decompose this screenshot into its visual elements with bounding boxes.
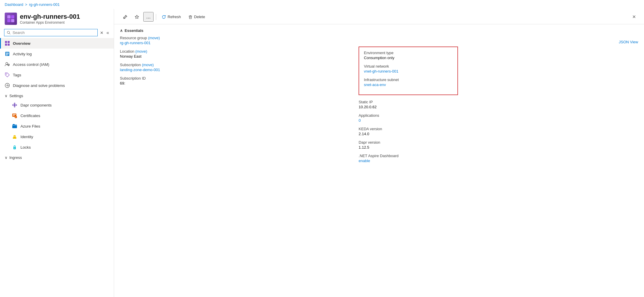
svg-rect-2: [7, 19, 11, 22]
subscription-id-value: 69:: [120, 81, 125, 85]
dapr-icon: [12, 102, 18, 108]
sidebar-item-diagnose[interactable]: Diagnose and solve problems: [0, 80, 114, 91]
location-move-link[interactable]: (move): [135, 49, 147, 54]
sidebar-item-identity-label: Identity: [20, 135, 33, 139]
diagnose-icon: [5, 83, 10, 88]
search-clear-button[interactable]: ✕: [99, 30, 104, 35]
sidebar-item-locks[interactable]: Locks: [0, 142, 114, 152]
breadcrumb-resource[interactable]: rg-gh-runners-001: [29, 2, 60, 7]
sidebar-item-overview-label: Overview: [13, 41, 30, 46]
field-resource-group: Resource group (move) rg-gh-runners-001: [120, 36, 353, 45]
sidebar-item-tags[interactable]: Tags: [0, 70, 114, 80]
more-button[interactable]: ...: [143, 12, 154, 22]
svg-rect-13: [6, 55, 8, 55]
svg-point-37: [14, 148, 15, 149]
applications-value-link[interactable]: 0: [359, 118, 361, 123]
sidebar-item-activity-log[interactable]: Activity log: [0, 49, 114, 59]
field-location-label: Location: [120, 49, 135, 54]
vnet-value-link[interactable]: vnet-gh-runners-001: [364, 69, 398, 73]
field-subscription-id-label: Subscription ID: [120, 76, 146, 80]
svg-point-25: [16, 104, 17, 106]
field-dapr-version: Dapr version 1.12.5: [359, 140, 638, 150]
sidebar-item-azure-files-label: Azure Files: [20, 124, 40, 128]
svg-rect-1: [11, 15, 14, 18]
resource-group-move-link[interactable]: (move): [148, 36, 160, 40]
pin-button[interactable]: [120, 13, 130, 21]
refresh-button[interactable]: Refresh: [159, 13, 184, 21]
svg-point-19: [5, 83, 10, 88]
applications-label: Applications: [359, 113, 379, 118]
sidebar-item-overview[interactable]: Overview: [0, 38, 114, 49]
search-box: [4, 29, 98, 36]
essentials-left: Resource group (move) rg-gh-runners-001 …: [120, 36, 353, 167]
sidebar-nav: Overview Activity log: [0, 38, 114, 297]
field-subscription-id: Subscription ID 69:: [120, 76, 353, 85]
field-aspire-dashboard: .NET Aspire Dashboard enable: [359, 154, 638, 163]
svg-rect-6: [5, 41, 7, 43]
svg-rect-9: [8, 44, 10, 46]
essentials-right: JSON View Environment type Consumption o…: [353, 36, 638, 167]
delete-label: Delete: [194, 15, 205, 19]
dapr-version-label: Dapr version: [359, 140, 380, 145]
sidebar-item-dapr-label: Dapr components: [20, 103, 52, 107]
infra-subnet-label: Infrastructure subnet: [364, 78, 399, 82]
sidebar-item-azure-files[interactable]: Azure Files: [0, 121, 114, 131]
sidebar-item-iam-label: Access control (IAM): [13, 62, 49, 67]
subscription-move-link[interactable]: (move): [142, 63, 154, 67]
breadcrumb-dashboard[interactable]: Dashboard: [5, 2, 23, 7]
ingress-chevron: ∨: [5, 155, 8, 160]
azure-files-icon: [12, 123, 18, 129]
field-resource-group-label: Resource group: [120, 36, 148, 40]
settings-section[interactable]: ∨ Settings: [0, 91, 114, 100]
sidebar-item-certificates[interactable]: ! Certificates: [0, 110, 114, 121]
toolbar-separator: [156, 14, 156, 20]
svg-point-14: [6, 63, 8, 65]
svg-rect-39: [190, 16, 191, 16]
sidebar-item-diagnose-label: Diagnose and solve problems: [13, 83, 65, 88]
svg-rect-12: [6, 54, 9, 54]
sidebar-item-identity[interactable]: Identity: [0, 131, 114, 142]
field-keda-version: KEDA version 2.14.0: [359, 127, 638, 136]
infra-subnet-value-link[interactable]: snet-aca-env: [364, 83, 386, 87]
locks-icon: [12, 144, 18, 150]
sidebar-item-certificates-label: Certificates: [20, 114, 40, 118]
sidebar-item-dapr[interactable]: Dapr components: [0, 100, 114, 110]
close-button[interactable]: ×: [630, 12, 638, 21]
field-subscription-label: Subscription: [120, 63, 142, 67]
ingress-section[interactable]: ∨ Ingress: [0, 152, 114, 162]
field-applications: Applications 0: [359, 113, 638, 123]
favorite-button[interactable]: [132, 13, 142, 21]
search-collapse-button[interactable]: «: [106, 30, 110, 35]
svg-rect-0: [7, 15, 11, 18]
refresh-label: Refresh: [168, 15, 181, 19]
activity-log-icon: [5, 51, 10, 56]
essentials-header[interactable]: ∧ Essentials: [120, 24, 638, 36]
sidebar-item-tags-label: Tags: [13, 73, 21, 77]
env-type-value: Consumption only: [364, 56, 394, 60]
tags-icon: [5, 72, 10, 78]
settings-chevron: ∨: [5, 94, 8, 98]
delete-button[interactable]: Delete: [185, 13, 208, 21]
svg-rect-28: [13, 115, 15, 116]
aspire-dashboard-label: .NET Aspire Dashboard: [359, 154, 398, 158]
aspire-dashboard-link[interactable]: enable: [359, 159, 370, 163]
field-static-ip: Static IP 10.20.0.62: [359, 100, 638, 109]
subscription-value-link[interactable]: landing-zone-demo-001: [120, 68, 160, 72]
field-location-value: Norway East: [120, 54, 142, 59]
static-ip-label: Static IP: [359, 100, 373, 104]
svg-point-22: [14, 103, 15, 104]
sidebar-item-activity-log-label: Activity log: [13, 52, 32, 56]
static-ip-value: 10.20.0.62: [359, 105, 376, 109]
sidebar-item-iam[interactable]: Access control (IAM): [0, 59, 114, 70]
field-subscription: Subscription (move) landing-zone-demo-00…: [120, 63, 353, 72]
identity-icon: [12, 134, 18, 140]
resource-group-value-link[interactable]: rg-gh-runners-001: [120, 41, 151, 45]
svg-rect-27: [13, 114, 16, 115]
essentials-title: Essentials: [125, 28, 143, 33]
svg-point-24: [12, 104, 13, 106]
search-icon: [7, 31, 11, 35]
svg-point-23: [14, 106, 15, 107]
json-view-link[interactable]: JSON View: [619, 36, 638, 44]
search-input[interactable]: [13, 30, 95, 35]
svg-rect-8: [5, 44, 7, 46]
